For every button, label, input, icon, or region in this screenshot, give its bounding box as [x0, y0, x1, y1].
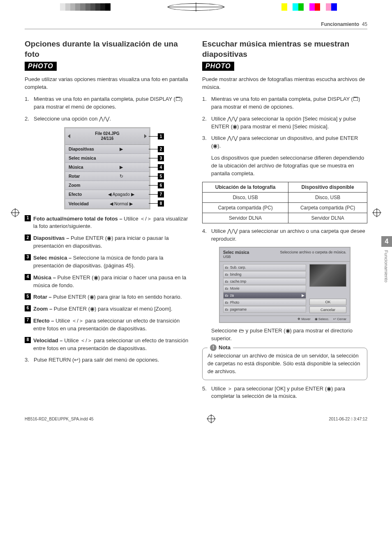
- folder-item: 🗀Movie: [223, 285, 306, 292]
- step-1: Mientras ve una foto en pantalla complet…: [25, 95, 190, 111]
- photo-tag: PHOTO: [202, 62, 234, 71]
- heading-options: Opciones durante la visualización de una…: [25, 39, 190, 59]
- callout-descriptions: 1Foto actual/número total de fotos – Uti…: [25, 215, 190, 353]
- folder-item: 🗀cache.tmp: [223, 278, 306, 285]
- color-bars-top: [0, 3, 392, 11]
- right-column: Escuchar música mientras se muestran dia…: [202, 39, 367, 404]
- folder-item: 🗀Sub. carp.: [223, 264, 306, 271]
- step-3: Pulse RETURN (↩) para salir del menú de …: [25, 356, 190, 364]
- page-footer: HB516-RD2_BDEUPPK_SPA.indd 45 2011-06-22…: [0, 413, 392, 425]
- note-icon: !: [210, 344, 217, 351]
- registration-mark: [208, 415, 215, 423]
- side-tab: 4 Funcionamiento: [381, 236, 392, 286]
- preview-thumb: [309, 264, 346, 287]
- cancel-button[interactable]: Cancelar: [309, 306, 346, 313]
- running-header: Funcionamiento 45: [25, 18, 367, 29]
- note-box: !Nota Al seleccionar un archivo de músic…: [202, 348, 367, 380]
- registration-mark: [168, 3, 224, 11]
- osd-menu: File 024.JPG24/116 1 Diapositivas▶2 Sele…: [64, 127, 150, 209]
- folder-icon: 🗀: [225, 272, 228, 276]
- folder-icon: 🗀: [225, 286, 228, 290]
- folder-item: 🗀binding: [223, 271, 306, 278]
- folder-icon: 🗀: [225, 279, 228, 283]
- device-table: Ubicación de la fotografíaDispositivo di…: [202, 182, 367, 223]
- folder-icon: 🗀: [225, 265, 228, 269]
- folder-icon: 🗀: [225, 307, 228, 311]
- photo-tag: PHOTO: [25, 62, 57, 71]
- folder-item: 🗀pagename: [223, 306, 306, 313]
- folder-icon: 🗀: [225, 293, 228, 297]
- file-browser: Selec músicaUSBSeleccione archivo o carp…: [219, 247, 350, 323]
- folder-item: 🗀Photo: [223, 299, 306, 306]
- heading-music: Escuchar música mientras se muestran dia…: [202, 39, 367, 59]
- folder-item-selected: 🗀za▶: [223, 292, 306, 299]
- intro: Puede utilizar varias opciones mientras …: [25, 76, 190, 91]
- step-2: Seleccione una opción con ⋀/⋁.: [25, 115, 190, 123]
- left-column: Opciones durante la visualización de una…: [25, 39, 190, 404]
- folder-icon: 🗀: [225, 300, 228, 304]
- ok-button[interactable]: OK: [309, 299, 346, 305]
